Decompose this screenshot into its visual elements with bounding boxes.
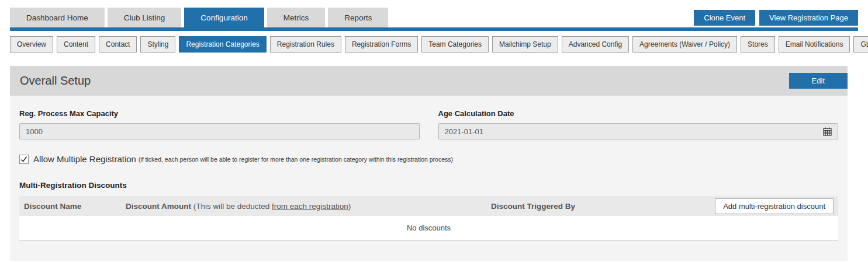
- age-calc-date-input[interactable]: 2021-01-01: [438, 123, 839, 139]
- edit-button[interactable]: Edit: [789, 73, 848, 89]
- panel-body: Reg. Process Max Capacity 1000 Age Calcu…: [10, 109, 848, 241]
- column-discount-name: Discount Name: [24, 202, 126, 211]
- subtab-gl-codes[interactable]: GL Codes: [853, 36, 868, 53]
- discount-amount-note-prefix: (This will be deducted: [193, 202, 272, 211]
- clone-event-button[interactable]: Clone Event: [694, 10, 755, 26]
- tab-dashboard-home[interactable]: Dashboard Home: [10, 8, 105, 27]
- subtab-registration-rules[interactable]: Registration Rules: [270, 36, 341, 53]
- overall-setup-panel: Overall Setup Edit Reg. Process Max Capa…: [10, 66, 848, 261]
- calendar-icon[interactable]: [823, 127, 832, 136]
- add-multi-registration-discount-button[interactable]: Add multi-registration discount: [715, 198, 834, 214]
- age-calc-date-label: Age Calculation Date: [438, 109, 839, 118]
- column-discount-triggered-by: Discount Triggered By: [491, 202, 715, 211]
- top-tab-bar: Dashboard Home Club Listing Configuratio…: [10, 8, 858, 27]
- max-capacity-field-group: Reg. Process Max Capacity 1000: [19, 109, 420, 139]
- discount-amount-label: Discount Amount: [126, 202, 191, 211]
- max-capacity-input[interactable]: 1000: [19, 123, 420, 139]
- discounts-table-header: Discount Name Discount Amount (This will…: [19, 196, 838, 216]
- multi-registration-discounts-heading: Multi-Registration Discounts: [19, 181, 838, 190]
- subtab-team-categories[interactable]: Team Categories: [421, 36, 489, 53]
- tab-metrics[interactable]: Metrics: [267, 8, 326, 27]
- subtab-styling[interactable]: Styling: [140, 36, 175, 53]
- subtab-mailchimp-setup[interactable]: Mailchimp Setup: [492, 36, 558, 53]
- discount-amount-note-suffix: ): [348, 202, 351, 211]
- subtab-contact[interactable]: Contact: [99, 36, 137, 53]
- subtab-advanced-config[interactable]: Advanced Config: [562, 36, 629, 53]
- setup-fields: Reg. Process Max Capacity 1000 Age Calcu…: [19, 109, 838, 139]
- subtab-email-notifications[interactable]: Email Notifications: [779, 36, 850, 53]
- subtab-overview[interactable]: Overview: [10, 36, 53, 53]
- max-capacity-label: Reg. Process Max Capacity: [19, 109, 420, 118]
- subtab-content[interactable]: Content: [57, 36, 95, 53]
- subtab-registration-categories[interactable]: Registration Categories: [179, 36, 266, 53]
- allow-multiple-registration-label: Allow Multiple Registration: [33, 154, 136, 164]
- page-title: Overall Setup: [20, 74, 91, 88]
- from-each-registration-link[interactable]: from each registration: [272, 202, 348, 211]
- checkmark-icon: [20, 156, 27, 163]
- view-registration-page-button[interactable]: View Registration Page: [759, 10, 858, 26]
- panel-header: Overall Setup Edit: [10, 66, 848, 96]
- subtab-registration-forms[interactable]: Registration Forms: [345, 36, 418, 53]
- subtab-agreements[interactable]: Agreements (Waiver / Policy): [632, 36, 737, 53]
- age-calc-date-value: 2021-01-01: [445, 127, 484, 136]
- topbar-spacer: [391, 8, 690, 27]
- allow-multiple-registration-checkbox[interactable]: [19, 155, 29, 164]
- max-capacity-value: 1000: [26, 127, 43, 136]
- subtab-stores[interactable]: Stores: [741, 36, 775, 53]
- no-discounts-row: No discounts: [19, 216, 838, 241]
- allow-multiple-registration-row: Allow Multiple Registration (if ticked, …: [19, 154, 838, 164]
- tab-reports[interactable]: Reports: [328, 8, 388, 27]
- allow-multiple-registration-hint: (if ticked, each person will be able to …: [139, 156, 453, 163]
- accent-divider: [10, 27, 858, 31]
- config-sub-tab-bar: Overview Content Contact Styling Registr…: [10, 36, 858, 53]
- age-calc-date-field-group: Age Calculation Date 2021-01-01: [438, 109, 839, 139]
- tab-club-listing[interactable]: Club Listing: [108, 8, 182, 27]
- tab-configuration[interactable]: Configuration: [184, 8, 264, 27]
- discounts-table: Discount Name Discount Amount (This will…: [19, 196, 838, 241]
- column-discount-amount: Discount Amount (This will be deducted f…: [126, 202, 491, 211]
